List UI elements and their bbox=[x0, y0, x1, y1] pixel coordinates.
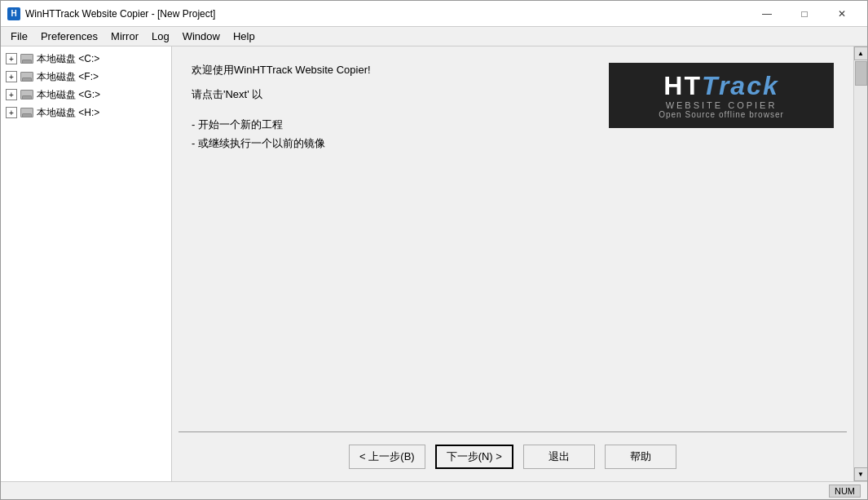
window-title: WinHTTrack Website Copier - [New Project… bbox=[25, 8, 215, 20]
logo-track: Track bbox=[702, 71, 779, 100]
title-bar: H WinHTTrack Website Copier - [New Proje… bbox=[1, 1, 867, 27]
title-bar-controls: — □ ✕ bbox=[748, 1, 861, 27]
logo-box: HTTrack WEBSITE COPIER Open Source offli… bbox=[609, 63, 834, 128]
logo-httrack: HTTrack bbox=[663, 73, 778, 99]
welcome-text: 欢迎使用WinHTTrack Website Copier! 请点击'Next'… bbox=[192, 63, 576, 153]
main-area: + 本地磁盘 <C:> + 本地磁盘 <F:> + 本地磁盘 <G:> + 本地… bbox=[1, 46, 867, 481]
right-scrollbar: ▲ ▼ bbox=[853, 46, 867, 481]
logo-ht: HT bbox=[663, 71, 702, 100]
sidebar: + 本地磁盘 <C:> + 本地磁盘 <F:> + 本地磁盘 <G:> + 本地… bbox=[1, 46, 172, 481]
maximize-button[interactable]: □ bbox=[786, 1, 823, 27]
welcome-instruction: 请点击'Next' 以 bbox=[192, 87, 576, 102]
scroll-up-arrow[interactable]: ▲ bbox=[854, 46, 868, 60]
expand-icon-h[interactable]: + bbox=[6, 107, 17, 118]
welcome-steps: - 开始一个新的工程 - 或继续执行一个以前的镜像 bbox=[192, 115, 576, 153]
logo-area: HTTrack WEBSITE COPIER Open Source offli… bbox=[609, 63, 834, 128]
tree-item-h[interactable]: + 本地磁盘 <H:> bbox=[1, 104, 171, 122]
menu-file[interactable]: File bbox=[4, 28, 34, 46]
num-indicator: NUM bbox=[829, 485, 861, 498]
menu-log[interactable]: Log bbox=[145, 28, 176, 46]
logo-subtitle: Open Source offline browser bbox=[659, 110, 784, 119]
minimize-button[interactable]: — bbox=[748, 1, 786, 27]
exit-button[interactable]: 退出 bbox=[523, 445, 595, 469]
welcome-title: 欢迎使用WinHTTrack Website Copier! bbox=[192, 63, 576, 77]
drive-label-f: 本地磁盘 <F:> bbox=[37, 70, 99, 84]
menu-window[interactable]: Window bbox=[176, 28, 227, 46]
expand-icon-c[interactable]: + bbox=[6, 53, 17, 64]
expand-icon-g[interactable]: + bbox=[6, 89, 17, 100]
status-bar: NUM bbox=[1, 481, 867, 499]
welcome-step-2: - 或继续执行一个以前的镜像 bbox=[192, 134, 576, 153]
close-button[interactable]: ✕ bbox=[823, 1, 861, 27]
drive-icon-g bbox=[20, 89, 33, 100]
scroll-down-arrow[interactable]: ▼ bbox=[854, 467, 868, 481]
scroll-track[interactable] bbox=[854, 60, 868, 467]
menu-preferences[interactable]: Preferences bbox=[34, 28, 104, 46]
button-bar: < 上一步(B) 下一步(N) > 退出 帮助 bbox=[172, 432, 853, 481]
drive-icon-f bbox=[20, 71, 33, 82]
menu-mirror[interactable]: Mirror bbox=[104, 28, 145, 46]
drive-label-h: 本地磁盘 <H:> bbox=[37, 106, 99, 120]
drive-icon-c bbox=[20, 53, 33, 64]
help-button[interactable]: 帮助 bbox=[605, 445, 676, 469]
drive-label-g: 本地磁盘 <G:> bbox=[37, 88, 100, 102]
drive-label-c: 本地磁盘 <C:> bbox=[37, 52, 99, 66]
app-icon: H bbox=[7, 7, 20, 20]
welcome-area: 欢迎使用WinHTTrack Website Copier! 请点击'Next'… bbox=[172, 46, 853, 431]
logo-website-label: WEBSITE COPIER bbox=[666, 100, 778, 110]
drive-icon-h bbox=[20, 107, 33, 118]
scroll-thumb[interactable] bbox=[855, 61, 867, 86]
expand-icon-f[interactable]: + bbox=[6, 71, 17, 82]
menu-bar: File Preferences Mirror Log Window Help bbox=[1, 27, 867, 46]
next-button[interactable]: 下一步(N) > bbox=[435, 445, 513, 469]
welcome-step-1: - 开始一个新的工程 bbox=[192, 115, 576, 134]
back-button[interactable]: < 上一步(B) bbox=[349, 445, 425, 469]
title-bar-left: H WinHTTrack Website Copier - [New Proje… bbox=[7, 7, 215, 20]
content-panel: 欢迎使用WinHTTrack Website Copier! 请点击'Next'… bbox=[172, 46, 853, 481]
menu-help[interactable]: Help bbox=[227, 28, 262, 46]
tree-item-g[interactable]: + 本地磁盘 <G:> bbox=[1, 86, 171, 104]
tree-item-c[interactable]: + 本地磁盘 <C:> bbox=[1, 50, 171, 68]
tree-item-f[interactable]: + 本地磁盘 <F:> bbox=[1, 68, 171, 86]
